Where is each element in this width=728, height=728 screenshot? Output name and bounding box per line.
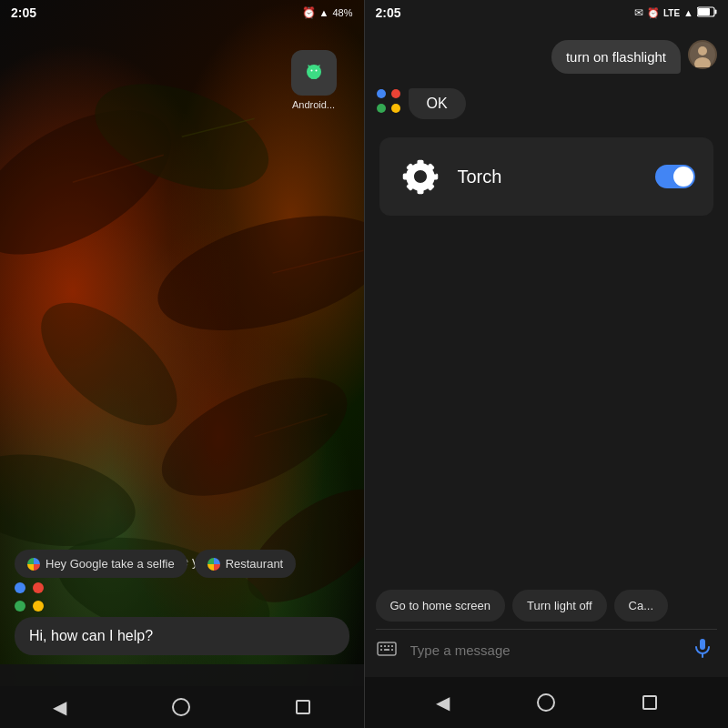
svg-rect-38 [384, 649, 389, 651]
recents-button-right[interactable] [642, 695, 657, 710]
lte-icon: LTE [663, 8, 680, 18]
email-icon: ✉ [634, 6, 643, 19]
keyboard-icon[interactable] [376, 637, 401, 662]
signal-icon-right: ▲ [683, 7, 693, 18]
microphone-icon[interactable] [692, 637, 717, 662]
google-icon-chip2 [207, 558, 220, 571]
right-spacer [365, 227, 729, 582]
app-icon-area[interactable]: Android... [291, 50, 337, 110]
mic-svg [692, 637, 713, 659]
assistant-left: Hi, how can I help? [0, 582, 364, 655]
avatar-icon [690, 42, 715, 67]
battery-svg [697, 6, 717, 17]
keyboard-svg [376, 637, 398, 659]
svg-point-15 [315, 70, 317, 72]
suggestion-chips-left: Hey Google take a selfie Restaurant [0, 550, 364, 578]
left-panel: 2:05 ⏰ ▲ 48% Android... Swipe up to [0, 0, 364, 728]
assistant-greeting-bubble: Hi, how can I help? [15, 617, 349, 655]
ok-response-bubble: OK [409, 88, 466, 119]
suggestion-chips-right: Go to home screen Turn light off Ca... [365, 582, 729, 629]
bottom-nav-right: ◀ [365, 677, 729, 728]
battery-icon-right [697, 6, 717, 19]
svg-rect-40 [700, 639, 705, 650]
home-button-left[interactable] [172, 698, 190, 716]
status-icons-right: ✉ ⏰ LTE ▲ [634, 6, 717, 19]
assistant-response-area: OK [365, 81, 729, 126]
app-icon-label: Android... [292, 99, 335, 110]
google-assistant-logo-left [15, 582, 44, 612]
right-main-content: turn on flashlight [365, 25, 729, 677]
torch-toggle[interactable] [655, 165, 695, 188]
nav-bar-left: ◀ [0, 686, 364, 728]
recents-button-left[interactable] [296, 700, 310, 714]
chip-restaurant[interactable]: Restaurant [195, 550, 297, 578]
alarm-icon-left: ⏰ [302, 6, 316, 19]
chip-ca[interactable]: Ca... [614, 590, 668, 622]
status-bar-left: 2:05 ⏰ ▲ 48% [0, 0, 364, 25]
svg-point-14 [310, 70, 312, 72]
time-right: 2:05 [376, 5, 401, 20]
input-bar-right [365, 630, 729, 670]
dot-red [33, 582, 44, 593]
time-left: 2:05 [11, 5, 36, 20]
logo-dot-red [391, 89, 400, 98]
android-app-icon[interactable] [291, 50, 337, 96]
logo-dot-yellow [391, 104, 400, 113]
toggle-knob [673, 167, 693, 187]
svg-rect-37 [380, 649, 382, 651]
android-icon [300, 59, 328, 86]
chip-home-screen[interactable]: Go to home screen [376, 590, 506, 622]
svg-point-2 [146, 194, 364, 351]
svg-rect-28 [715, 10, 717, 15]
svg-point-30 [698, 46, 707, 56]
torch-card: Torch [379, 137, 714, 216]
back-button-right[interactable]: ◀ [436, 692, 450, 713]
status-icons-left: ⏰ ▲ 48% [302, 6, 353, 19]
torch-gear-icon [398, 154, 443, 199]
dot-blue [15, 582, 25, 593]
user-message-bubble: turn on flashlight [551, 40, 681, 74]
svg-rect-34 [384, 645, 386, 647]
signal-icon-left: ▲ [319, 7, 329, 18]
battery-left: 48% [332, 7, 352, 18]
assistant-logo-small [376, 88, 401, 114]
back-button-left[interactable]: ◀ [53, 696, 66, 718]
gear-svg [398, 154, 443, 199]
status-bar-right: 2:05 ✉ ⏰ LTE ▲ [365, 0, 729, 25]
message-input[interactable] [410, 642, 683, 658]
alarm-icon-right: ⏰ [647, 7, 660, 19]
svg-rect-33 [380, 645, 382, 647]
user-avatar [688, 40, 717, 69]
assistant-dots-left [15, 582, 364, 612]
chip-turn-light-off[interactable]: Turn light off [512, 590, 607, 622]
svg-rect-19 [315, 76, 317, 79]
logo-dot-blue [377, 89, 386, 98]
chip-selfie[interactable]: Hey Google take a selfie [15, 550, 187, 578]
svg-rect-35 [388, 645, 389, 647]
svg-rect-39 [391, 649, 393, 651]
svg-rect-13 [310, 68, 318, 76]
dot-green [15, 601, 25, 612]
user-message-area: turn on flashlight [365, 33, 729, 81]
right-panel: 2:05 ✉ ⏰ LTE ▲ turn on flashlight [365, 0, 729, 728]
torch-label: Torch [458, 167, 642, 187]
svg-rect-36 [391, 645, 393, 647]
svg-rect-27 [698, 8, 710, 15]
svg-rect-18 [311, 76, 313, 79]
google-icon-chip1 [27, 558, 40, 571]
home-button-right[interactable] [537, 693, 555, 712]
logo-dot-green [377, 104, 386, 113]
svg-point-4 [145, 353, 364, 520]
dot-yellow [33, 601, 44, 612]
